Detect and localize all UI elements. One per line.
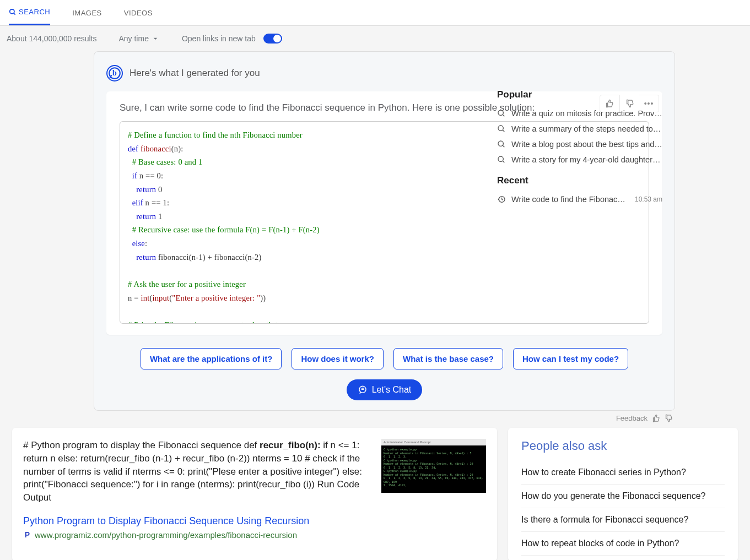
svg-line-11	[503, 145, 504, 147]
activity-panel: Popular Write a quiz on mitosis for prac…	[497, 85, 662, 207]
recent-item-1[interactable]: Write code to find the Fibonac… 10:53 am	[497, 192, 662, 207]
chat-icon	[358, 385, 368, 395]
thumb-body: C:\python example.pyNumber of elements i…	[381, 445, 486, 493]
result-title-link[interactable]: Python Program to Display Fibonacci Sequ…	[23, 515, 486, 527]
paa-item-4[interactable]: How to repeat blocks of code in Python?	[521, 532, 725, 556]
svg-line-7	[503, 115, 504, 116]
lets-chat-button[interactable]: Let's Chat	[347, 379, 423, 400]
paa-title: People also ask	[521, 439, 725, 453]
paa-item-2[interactable]: How do you generate the Fibonacci sequen…	[521, 485, 725, 508]
paa-item-1[interactable]: How to create Fibonacci series in Python…	[521, 461, 725, 485]
lower-row: # Python program to display the Fibonacc…	[0, 428, 750, 560]
search-tabs: SEARCH IMAGES VIDEOS	[0, 0, 750, 26]
popular-item-label: Write a quiz on mitosis for practice. Pr…	[511, 109, 662, 118]
thumbs-down-icon[interactable]	[665, 414, 673, 422]
svg-line-9	[503, 130, 504, 132]
svg-line-1	[14, 13, 15, 14]
chip-applications[interactable]: What are the applications of it?	[141, 348, 282, 369]
recent-item-time: 10:53 am	[635, 195, 662, 203]
svg-point-0	[10, 9, 14, 13]
chevron-down-icon	[151, 34, 160, 43]
chip-test-code[interactable]: How can I test my code?	[513, 348, 628, 369]
recent-item-label: Write code to find the Fibonac…	[511, 195, 629, 204]
svg-point-8	[498, 126, 503, 131]
paa-item-3[interactable]: Is there a formula for Fibonacci sequenc…	[521, 508, 725, 532]
result-snippet: # Python program to display the Fibonacc…	[23, 439, 370, 504]
svg-line-13	[503, 161, 504, 162]
popular-item-label: Write a story for my 4-year-old daughter…	[511, 155, 662, 164]
popular-item-3[interactable]: Write a blog post about the best tips an…	[497, 137, 662, 152]
bing-chat-icon: b	[106, 65, 123, 81]
ai-answer-card: b Here's what I generated for you ••• Su…	[94, 51, 675, 411]
results-bar: About 144,000,000 results Any time Open …	[0, 26, 750, 51]
tab-search-label: SEARCH	[19, 8, 50, 16]
search-icon	[497, 109, 506, 118]
svg-point-10	[498, 141, 503, 146]
newtab-toggle[interactable]	[263, 34, 282, 44]
result-url-text: www.programiz.com/python-programming/exa…	[35, 530, 297, 540]
result-url[interactable]: P www.programiz.com/python-programming/e…	[23, 530, 486, 540]
popular-item-label: Write a blog post about the best tips an…	[511, 140, 662, 149]
tab-search[interactable]: SEARCH	[9, 0, 50, 25]
popular-item-label: Write a summary of the steps needed to s…	[511, 124, 662, 133]
result-thumbnail[interactable]: Administrator Command Prompt C:\python e…	[381, 439, 486, 493]
search-icon	[497, 124, 506, 133]
feedback-label[interactable]: Feedback	[616, 414, 648, 422]
search-icon	[9, 8, 17, 16]
thumb-caption: Administrator Command Prompt	[381, 439, 486, 445]
popular-item-2[interactable]: Write a summary of the steps needed to s…	[497, 121, 662, 137]
search-icon	[497, 140, 506, 149]
tab-images[interactable]: IMAGES	[72, 0, 102, 25]
thumbs-up-icon[interactable]	[652, 414, 660, 422]
feedback-row: Feedback	[0, 411, 750, 428]
people-also-ask: People also ask How to create Fibonacci …	[508, 428, 738, 560]
search-icon	[497, 155, 506, 164]
time-filter-label: Any time	[118, 34, 148, 43]
time-filter-dropdown[interactable]: Any time	[118, 34, 159, 43]
newtab-label: Open links in new tab	[182, 34, 256, 43]
search-result: # Python program to display the Fibonacc…	[12, 428, 497, 560]
popular-item-4[interactable]: Write a story for my 4-year-old daughter…	[497, 152, 662, 167]
popular-item-1[interactable]: Write a quiz on mitosis for practice. Pr…	[497, 106, 662, 121]
result-count: About 144,000,000 results	[7, 34, 96, 43]
chip-how-works[interactable]: How does it work?	[292, 348, 384, 369]
popular-heading: Popular	[497, 89, 662, 100]
lets-chat-label: Let's Chat	[372, 385, 412, 395]
svg-point-12	[498, 156, 503, 161]
history-icon	[497, 195, 506, 204]
ai-title: Here's what I generated for you	[130, 68, 260, 79]
tab-videos[interactable]: VIDEOS	[124, 0, 153, 25]
svg-point-6	[498, 110, 503, 115]
recent-heading: Recent	[497, 175, 662, 186]
suggestion-chips-row: What are the applications of it? How doe…	[94, 335, 675, 400]
chip-base-case[interactable]: What is the base case?	[393, 348, 503, 369]
site-favicon: P	[23, 531, 31, 539]
